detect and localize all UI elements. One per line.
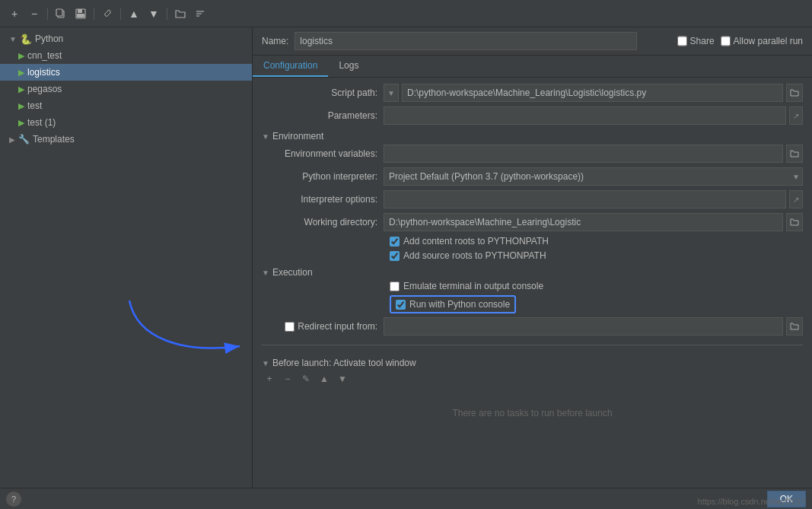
sidebar-item-cnn_test-label: cnn_test — [27, 50, 62, 61]
sidebar-item-python[interactable]: ▼ 🐍 Python — [0, 30, 252, 47]
separator-3 — [120, 8, 121, 20]
emulate-terminal-checkbox[interactable] — [390, 282, 400, 291]
env-arrow: ▼ — [262, 132, 269, 141]
run-icon-logistics: ▶ — [18, 68, 24, 78]
before-launch-arrow: ▼ — [262, 359, 269, 367]
sidebar-item-test[interactable]: ▶ test — [0, 97, 252, 114]
env-vars-row: Environment variables: — [262, 145, 803, 163]
up-button[interactable]: ▲ — [126, 5, 142, 22]
launch-down-btn[interactable]: ▼ — [335, 371, 350, 387]
separator-4 — [167, 8, 167, 20]
add-button[interactable]: + — [6, 5, 23, 22]
redirect-input-label-wrap: Redirect input from: — [262, 321, 384, 332]
sidebar-item-logistics[interactable]: ▶ logistics — [0, 64, 252, 81]
redirect-input-checkbox[interactable] — [285, 322, 295, 332]
add-content-roots-label[interactable]: Add content roots to PYTHONPATH — [390, 236, 549, 247]
python-interpreter-select-wrap: Project Default (Python 3.7 (python-work… — [384, 167, 803, 186]
python-interpreter-row: Python interpreter: Project Default (Pyt… — [262, 167, 803, 186]
add-content-roots-row: Add content roots to PYTHONPATH — [262, 236, 803, 247]
sidebar-item-templates[interactable]: ▶ 🔧 Templates — [0, 131, 252, 148]
launch-up-btn[interactable]: ▲ — [317, 371, 332, 387]
sidebar-item-test1[interactable]: ▶ test (1) — [0, 114, 252, 131]
run-icon-pegasos: ▶ — [18, 84, 24, 94]
down-button[interactable]: ▼ — [145, 5, 162, 22]
sidebar-item-pegasos-label: pegasos — [27, 84, 62, 94]
svg-rect-1 — [56, 9, 62, 16]
working-dir-browse[interactable] — [786, 213, 803, 231]
add-source-roots-label[interactable]: Add source roots to PYTHONPATH — [390, 250, 546, 261]
redirect-input-browse[interactable] — [786, 317, 803, 336]
interpreter-options-wrap: ↗ — [384, 190, 803, 208]
redirect-input-label: Redirect input from: — [298, 321, 377, 332]
save-button[interactable] — [72, 5, 89, 22]
sidebar-item-python-label: Python — [35, 33, 63, 44]
no-tasks-message: There are no tasks to run before launch — [262, 393, 803, 434]
share-checkbox-label[interactable]: Share — [677, 32, 715, 50]
sidebar-item-pegasos[interactable]: ▶ pegasos — [0, 81, 252, 97]
main-container: ▼ 🐍 Python ▶ cnn_test ▶ logistics ▶ pega… — [0, 27, 812, 488]
parameters-input[interactable] — [384, 107, 786, 125]
working-dir-wrap — [384, 213, 803, 231]
help-button[interactable]: ? — [6, 492, 21, 507]
before-launch-section: ▼ Before launch: Activate tool window + … — [262, 345, 803, 434]
redirect-input-input[interactable] — [384, 317, 783, 336]
env-vars-label: Environment variables: — [262, 148, 384, 159]
environment-section[interactable]: ▼ Environment — [262, 131, 803, 142]
name-input[interactable] — [295, 32, 637, 50]
run-python-console-row: Run with Python console — [262, 295, 803, 313]
config-panel: Name: Share Allow parallel run Configura… — [253, 27, 812, 488]
sidebar-item-logistics-label: logistics — [27, 67, 60, 78]
allow-parallel-label[interactable]: Allow parallel run — [721, 32, 803, 50]
sidebar-item-templates-label: Templates — [33, 134, 75, 145]
share-checkbox[interactable] — [677, 32, 687, 50]
before-launch-label: Before launch: Activate tool window — [272, 358, 416, 368]
launch-add-btn[interactable]: + — [262, 371, 277, 387]
emulate-terminal-label[interactable]: Emulate terminal in output console — [390, 281, 543, 291]
parameters-row: Parameters: ↗ — [262, 107, 803, 125]
add-source-roots-text: Add source roots to PYTHONPATH — [403, 250, 546, 261]
launch-edit-btn[interactable]: ✎ — [298, 371, 314, 387]
add-content-roots-checkbox[interactable] — [390, 237, 400, 247]
interpreter-options-input[interactable] — [384, 190, 786, 208]
watermark: https://blog.csdn.net/wyf2017 — [698, 497, 806, 506]
sidebar-item-test1-label: test (1) — [27, 117, 56, 128]
templates-arrow: ▶ — [9, 135, 15, 144]
env-vars-browse[interactable] — [786, 145, 803, 163]
sidebar: ▼ 🐍 Python ▶ cnn_test ▶ logistics ▶ pega… — [0, 27, 253, 488]
allow-parallel-checkbox[interactable] — [721, 32, 731, 50]
add-content-roots-text: Add content roots to PYTHONPATH — [403, 236, 549, 247]
copy-button[interactable] — [53, 5, 69, 22]
working-dir-label: Working directory: — [262, 217, 384, 227]
env-vars-input[interactable] — [384, 145, 783, 163]
run-python-console-label[interactable]: Run with Python console — [390, 295, 516, 313]
emulate-terminal-row: Emulate terminal in output console — [262, 281, 803, 291]
script-path-dropdown[interactable]: ▼ — [384, 84, 399, 102]
toolbar: + − ▲ ▼ — [0, 0, 812, 27]
sort-button[interactable] — [192, 5, 209, 22]
python-icon: 🐍 — [20, 33, 32, 45]
python-interpreter-select[interactable]: Project Default (Python 3.7 (python-work… — [384, 167, 803, 186]
tab-logs[interactable]: Logs — [328, 56, 369, 77]
script-path-input[interactable] — [402, 84, 783, 102]
script-path-browse[interactable] — [786, 84, 803, 102]
folder-icon: 🔧 — [18, 134, 30, 145]
launch-remove-btn[interactable]: − — [280, 371, 295, 387]
interpreter-options-expand[interactable]: ↗ — [789, 190, 803, 208]
python-interpreter-wrap: Project Default (Python 3.7 (python-work… — [384, 167, 803, 186]
parameters-wrap: ↗ — [384, 107, 803, 125]
working-dir-input[interactable] — [384, 213, 783, 231]
tab-configuration[interactable]: Configuration — [253, 56, 328, 77]
script-path-row: Script path: ▼ — [262, 84, 803, 102]
python-interpreter-label: Python interpreter: — [262, 171, 384, 182]
folder-button[interactable] — [172, 5, 189, 22]
execution-section[interactable]: ▼ Execution — [262, 267, 803, 278]
parameters-expand[interactable]: ↗ — [789, 107, 803, 125]
remove-button[interactable]: − — [26, 5, 43, 22]
launch-toolbar: + − ✎ ▲ ▼ — [262, 371, 803, 387]
before-launch-header[interactable]: ▼ Before launch: Activate tool window — [262, 358, 803, 368]
add-source-roots-checkbox[interactable] — [390, 251, 400, 261]
execution-label: Execution — [272, 267, 313, 278]
sidebar-item-cnn_test[interactable]: ▶ cnn_test — [0, 47, 252, 64]
wrench-button[interactable] — [99, 5, 116, 22]
run-python-console-checkbox[interactable] — [396, 300, 406, 310]
